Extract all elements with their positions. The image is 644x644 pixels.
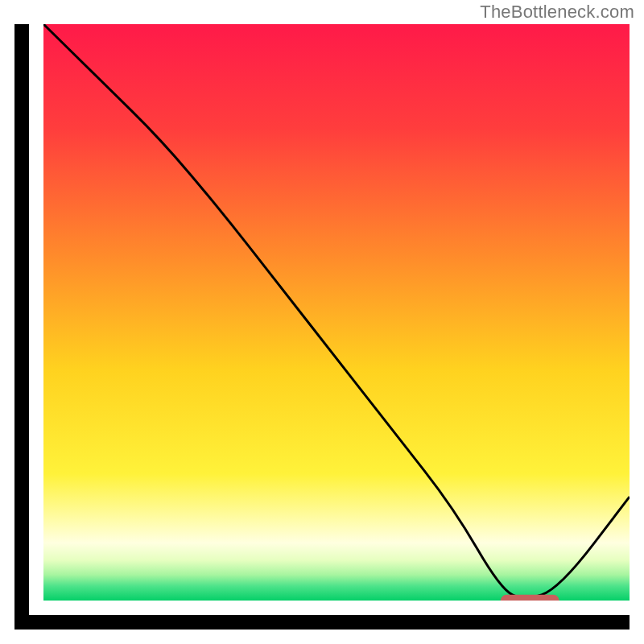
- chart-container: TheBottleneck.com: [0, 0, 644, 644]
- attribution-text: TheBottleneck.com: [480, 2, 634, 23]
- optimal-marker: [501, 595, 559, 601]
- bottleneck-curve: [43, 24, 630, 597]
- plot-area: [43, 24, 630, 601]
- curve-layer: [43, 24, 630, 601]
- axes-frame: [14, 24, 630, 630]
